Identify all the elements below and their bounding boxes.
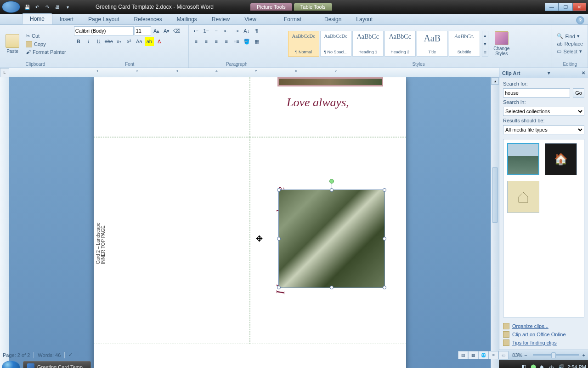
clear-formatting-button[interactable]: ⌫ xyxy=(172,26,181,35)
scroll-thumb[interactable] xyxy=(492,167,498,223)
tab-page-layout[interactable]: Page Layout xyxy=(81,14,126,24)
gallery-up-button[interactable]: ▴ xyxy=(482,31,488,40)
qat-dropdown-icon[interactable]: ▾ xyxy=(63,3,72,11)
align-left-button[interactable]: ≡ xyxy=(192,37,201,46)
superscript-button[interactable]: x² xyxy=(124,37,134,46)
undo-icon[interactable]: ↶ xyxy=(33,3,41,11)
find-button[interactable]: 🔍Find▾ xyxy=(555,33,585,40)
sort-button[interactable]: A↓ xyxy=(242,26,251,35)
document-scroll[interactable]: Love always, Card 2 – LandscapeINNER TOP… xyxy=(9,77,491,368)
bold-button[interactable]: B xyxy=(74,37,83,46)
numbering-button[interactable]: 1≡ xyxy=(202,26,211,35)
increase-indent-button[interactable]: ⇥ xyxy=(232,26,241,35)
page-indicator[interactable]: Page: 2 of 2 xyxy=(3,352,30,358)
resize-handle-e[interactable] xyxy=(383,237,386,241)
save-icon[interactable]: 💾 xyxy=(23,3,31,11)
line-spacing-button[interactable]: ↕≡ xyxy=(232,37,241,46)
maximize-button[interactable]: ❐ xyxy=(559,3,572,11)
tray-icon-3[interactable]: ◆ xyxy=(540,364,546,368)
tab-review[interactable]: Review xyxy=(204,14,237,24)
tab-home[interactable]: Home xyxy=(22,13,52,24)
close-button[interactable]: ✕ xyxy=(572,3,586,11)
zoom-out-button[interactable]: − xyxy=(524,352,527,358)
justify-button[interactable]: ≡ xyxy=(222,37,231,46)
copy-button[interactable]: Copy xyxy=(24,40,68,48)
text-love-always[interactable]: Love always, xyxy=(287,96,349,109)
tab-references[interactable]: References xyxy=(126,14,169,24)
align-right-button[interactable]: ≡ xyxy=(212,37,221,46)
help-button[interactable]: ? xyxy=(576,16,584,24)
clipart-go-button[interactable]: Go xyxy=(573,88,584,98)
clipart-result-3[interactable] xyxy=(507,181,539,213)
decrease-indent-button[interactable]: ⇤ xyxy=(222,26,231,35)
font-color-button[interactable]: A xyxy=(155,37,164,46)
office-online-link[interactable]: Clip art on Office Online xyxy=(503,330,584,339)
scroll-up-button[interactable]: ▴ xyxy=(491,77,499,85)
clipart-pane-header[interactable]: Clip Art ▾ ✕ xyxy=(499,68,588,78)
resize-handle-se[interactable] xyxy=(383,286,386,289)
zoom-slider[interactable] xyxy=(533,354,579,356)
style-subtitle[interactable]: AaBbCc.Subtitle xyxy=(449,31,480,57)
document-page[interactable]: Love always, Card 2 – LandscapeINNER TOP… xyxy=(94,77,406,368)
draft-view[interactable]: ▭ xyxy=(498,351,509,359)
resize-handle-s[interactable] xyxy=(330,286,334,289)
pane-close-button[interactable]: ✕ xyxy=(582,70,585,75)
multilevel-button[interactable]: ≡ xyxy=(212,26,221,35)
full-screen-view[interactable]: ▦ xyxy=(468,351,478,359)
resize-handle-ne[interactable] xyxy=(383,188,386,192)
resize-handle-n[interactable] xyxy=(330,188,334,192)
resize-handle-nw[interactable] xyxy=(277,188,281,192)
redo-icon[interactable]: ↷ xyxy=(43,3,51,11)
tab-layout[interactable]: Layout xyxy=(349,14,380,24)
tips-link[interactable]: Tips for finding clips xyxy=(503,339,584,347)
format-painter-button[interactable]: 🖌Format Painter xyxy=(24,49,68,55)
proofing-icon[interactable]: ✓ xyxy=(68,352,73,358)
organize-clips-link[interactable]: Organize clips... xyxy=(503,322,584,330)
tray-volume-icon[interactable]: 🔊 xyxy=(558,364,565,368)
taskbar-word-item[interactable]: Greeting Card Temp... xyxy=(23,361,91,368)
tab-design[interactable]: Design xyxy=(317,14,349,24)
borders-button[interactable]: ▦ xyxy=(252,37,261,46)
word-count[interactable]: Words: 46 xyxy=(38,352,61,358)
selected-picture[interactable]: ✥ xyxy=(278,190,385,288)
cut-button[interactable]: ✂Cut xyxy=(24,33,68,40)
ruler-corner[interactable]: L xyxy=(0,68,9,77)
subscript-button[interactable]: x₂ xyxy=(114,37,124,46)
change-case-button[interactable]: Aa xyxy=(135,37,144,46)
context-tab-table[interactable]: Table Tools xyxy=(294,3,332,11)
tray-icon-1[interactable]: ◧ xyxy=(521,364,528,368)
align-center-button[interactable]: ≡ xyxy=(202,37,211,46)
style-heading1[interactable]: AaBbCcHeading 1 xyxy=(352,31,384,57)
tab-view[interactable]: View xyxy=(237,14,264,24)
paste-button[interactable]: Paste xyxy=(3,34,22,54)
print-layout-view[interactable]: ▤ xyxy=(458,351,468,359)
change-styles-button[interactable]: Change Styles xyxy=(490,31,513,56)
tab-format[interactable]: Format xyxy=(277,14,309,24)
font-size-select[interactable] xyxy=(135,26,151,35)
tab-insert[interactable]: Insert xyxy=(52,14,81,24)
style-gallery[interactable]: AaBbCcDc¶ Normal AaBbCcDc¶ No Spaci... A… xyxy=(288,31,480,57)
gallery-more-button[interactable]: ≡ xyxy=(482,48,488,56)
font-name-select[interactable] xyxy=(74,26,134,35)
tray-network-icon[interactable]: 🖧 xyxy=(549,364,555,368)
vertical-ruler[interactable] xyxy=(0,77,9,368)
taskbar-clock[interactable]: 2:54 PM xyxy=(567,364,586,368)
context-tab-picture[interactable]: Picture Tools xyxy=(250,3,292,11)
clipart-result-1[interactable] xyxy=(507,143,539,175)
clipart-results[interactable]: 🏠 xyxy=(503,139,584,317)
resize-handle-w[interactable] xyxy=(277,237,281,241)
style-no-spacing[interactable]: AaBbCcDc¶ No Spaci... xyxy=(320,31,351,57)
zoom-level[interactable]: 83% xyxy=(512,352,522,358)
resize-handle-sw[interactable] xyxy=(277,286,281,289)
underline-button[interactable]: U xyxy=(94,37,103,46)
show-marks-button[interactable]: ¶ xyxy=(252,26,261,35)
rotate-handle[interactable] xyxy=(329,179,334,184)
strikethrough-button[interactable]: abc xyxy=(104,37,113,46)
clipart-search-input[interactable] xyxy=(503,88,570,98)
horizontal-ruler[interactable]: 1234567 xyxy=(9,68,499,77)
tab-mailings[interactable]: Mailings xyxy=(170,14,204,24)
clipart-result-2[interactable]: 🏠 xyxy=(545,143,577,175)
tray-icon-2[interactable]: ⬤ xyxy=(531,364,537,368)
style-heading2[interactable]: AaBbCcHeading 2 xyxy=(384,31,416,57)
shrink-font-button[interactable]: A▾ xyxy=(162,26,171,35)
